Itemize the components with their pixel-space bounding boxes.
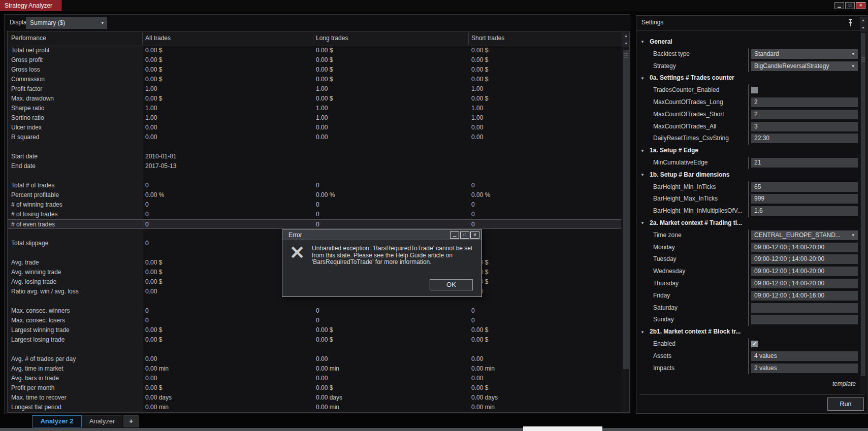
table-scrollbar[interactable]: ▲ ▼ (622, 32, 630, 412)
row-label: Avg. losing trade (11, 277, 56, 286)
maxcountoftrades-all-field[interactable]: 3 (751, 122, 858, 131)
table-row[interactable]: Avg. # of trades per day0.000.000.00 (8, 354, 621, 364)
table-scrollbar-thumb[interactable] (623, 50, 629, 369)
table-row[interactable]: Ulcer index0.000.000.00 (8, 123, 621, 132)
table-row[interactable]: Avg. bars in trade0.000.000.00 (8, 374, 621, 383)
row-label: Total net profit (11, 46, 49, 55)
collapse-triangle-icon[interactable]: ▼ (640, 36, 645, 48)
table-row[interactable]: R squared0.000.000.00 (8, 132, 621, 142)
field-value: 2 (754, 111, 758, 118)
settings-item-label: DailyResetTimes_CsvString (653, 132, 729, 145)
settings-section-0a-settings-trades-counter[interactable]: ▼0a. Settings # Trades counter (636, 72, 860, 84)
table-row[interactable]: Sortino ratio1.001.001.00 (8, 113, 621, 123)
settings-section-general[interactable]: ▼General (636, 36, 860, 48)
collapse-triangle-icon[interactable]: ▼ (640, 169, 645, 181)
display-mode-dropdown[interactable]: Summary ($) ▾ (26, 17, 107, 29)
dialog-minimize-button[interactable]: ▁ (450, 231, 459, 239)
settings-section-2b1-market-context-block-tr[interactable]: ▼2b1. Market context # Block tr... (636, 326, 860, 338)
sunday-field[interactable] (751, 315, 858, 324)
window-maximize-button[interactable]: □ (845, 2, 855, 9)
table-row[interactable]: Start date2010-01-01 (8, 152, 621, 161)
add-tab-button[interactable]: + (123, 415, 139, 427)
table-row[interactable]: Percent profitable0.00 %0.00 %0.00 % (8, 190, 621, 200)
run-button[interactable]: Run (827, 397, 864, 411)
barheight-min-inticks-field[interactable]: 65 (751, 182, 858, 192)
table-row[interactable]: Largest winning trade0.00 $0.00 $0.00 $ (8, 325, 621, 335)
tab-analyzer-2[interactable]: Analyzer 2 (32, 415, 82, 427)
tradescounter-enabled-checkbox[interactable] (751, 87, 758, 93)
table-row[interactable]: Total net profit0.00 $0.00 $0.00 $ (8, 46, 621, 55)
ok-button[interactable]: OK (430, 279, 473, 290)
row-value-long: 0.00 (316, 374, 328, 383)
table-row[interactable]: Profit factor1.001.001.00 (8, 84, 621, 94)
collapse-triangle-icon[interactable]: ▼ (640, 217, 645, 229)
maxcountoftrades-short-field[interactable]: 2 (751, 110, 858, 119)
tuesday-field[interactable]: 09:00-12:00 ; 14:00-20:00 (751, 254, 858, 264)
window-title-tab[interactable]: Strategy Analyzer (0, 0, 62, 11)
row-value-long: 0.00 min (316, 364, 339, 373)
maxcountoftrades-long-field[interactable]: 2 (751, 97, 858, 107)
settings-row-backtest-type: Backtest typeStandard▾ (636, 48, 860, 60)
saturday-field[interactable] (751, 303, 858, 313)
collapse-triangle-icon[interactable]: ▼ (640, 72, 645, 84)
table-row[interactable]: # of losing trades000 (8, 210, 621, 219)
barheight-min-inmultipliesofv-field[interactable]: 1.6 (751, 206, 858, 216)
scroll-up-icon[interactable]: ▲ (622, 32, 630, 40)
strategy-dropdown[interactable]: BigCandleReversalStrategy▾ (751, 61, 858, 71)
collapse-triangle-icon[interactable]: ▼ (640, 145, 645, 157)
table-row[interactable]: Sharpe ratio1.001.001.00 (8, 104, 621, 113)
impacts-field[interactable]: 2 values (751, 363, 858, 373)
table-row[interactable]: # of winning trades000 (8, 200, 621, 210)
collapse-triangle-icon[interactable]: ▼ (640, 326, 645, 338)
table-row[interactable]: Max. drawdown0.00 $0.00 $0.00 $ (8, 94, 621, 104)
table-row[interactable]: Gross profit0.00 $0.00 $0.00 $ (8, 55, 621, 65)
table-row[interactable]: Largest losing trade0.00 $0.00 $0.00 $ (8, 335, 621, 345)
settings-section-1b-setup-bar-dimensions[interactable]: ▼1b. Setup # Bar dimensions (636, 169, 860, 181)
mincumulativeedge-field[interactable]: 21 (751, 158, 858, 168)
table-row[interactable]: Max. time to recover0.00 days0.00 days0.… (8, 393, 621, 403)
settings-item-label: Monday (653, 242, 675, 254)
settings-row-barheight-max-inticks: BarHeight_Max_InTicks999 (636, 193, 860, 205)
tab-analyzer[interactable]: Analyzer (82, 415, 122, 427)
settings-section-2a-market-context-trading-ti[interactable]: ▼2a. Market context # Trading ti... (636, 217, 860, 229)
window-close-button[interactable]: ✕ (856, 2, 865, 9)
scroll-down-icon[interactable]: ▼ (622, 40, 630, 47)
dialog-close-button[interactable]: ✕ (470, 231, 479, 239)
settings-scrollbar-thumb[interactable] (861, 33, 865, 376)
time-zone-dropdown[interactable]: CENTRAL_EUROPE_STAND...▾ (751, 230, 858, 240)
thursday-field[interactable]: 09:00-12:00 ; 14:00-20:00 (751, 279, 858, 288)
backtest-type-dropdown[interactable]: Standard▾ (751, 49, 858, 59)
table-row[interactable]: Max. consec. losers000 (8, 316, 621, 325)
table-row[interactable]: Commission0.00 $0.00 $0.00 $ (8, 75, 621, 84)
row-value-short: 0.00 (471, 374, 483, 383)
table-row[interactable]: Longest flat period0.00 min0.00 min0.00 … (8, 403, 621, 412)
enabled-checkbox[interactable]: ✓ (751, 341, 758, 347)
settings-item-label: BarHeight_Min_InTicks (653, 181, 716, 193)
table-row[interactable]: Total # of trades000 (8, 181, 621, 190)
dialog-maximize-button[interactable]: □ (460, 231, 469, 239)
table-row[interactable]: Gross loss0.00 $0.00 $0.00 $ (8, 65, 621, 75)
assets-field[interactable]: 4 values (751, 351, 858, 361)
table-row[interactable]: # of even trades000 (8, 219, 621, 229)
dailyresettimes-csvstring-field[interactable]: 22:30 (751, 134, 858, 143)
table-row[interactable]: Profit per month0.00 $0.00 $0.00 $ (8, 383, 621, 393)
table-row[interactable]: End date2017-05-13 (8, 161, 621, 171)
error-dialog-titlebar[interactable]: Error ▁ □ ✕ (282, 230, 481, 240)
barheight-max-inticks-field[interactable]: 999 (751, 194, 858, 204)
row-value-short: 0.00 $ (471, 383, 488, 392)
table-row[interactable]: Max. consec. winners000 (8, 306, 621, 316)
row-label: Total # of trades (11, 181, 54, 190)
friday-field[interactable]: 09:00-12:00 ; 14:00-16:00 (751, 291, 858, 301)
template-link[interactable]: template (832, 380, 856, 387)
row-value-all: 0 (145, 239, 149, 248)
settings-section-1a-setup-edge[interactable]: ▼1a. Setup # Edge (636, 145, 860, 157)
scroll-up-icon[interactable]: ▲ (860, 17, 866, 24)
wednesday-field[interactable]: 09:00-12:00 ; 14:00-20:00 (751, 267, 858, 276)
scroll-down-icon[interactable]: ▼ (860, 24, 866, 31)
row-value-long: 0.00 days (316, 393, 342, 402)
settings-scrollbar[interactable]: ▲ ▼ (860, 17, 867, 393)
window-minimize-button[interactable]: ▁ (834, 2, 844, 9)
row-value-long: 0.00 $ (316, 383, 333, 392)
monday-field[interactable]: 09:00-12:00 ; 14:00-20:00 (751, 243, 858, 252)
table-row[interactable]: Avg. time in market0.00 min0.00 min0.00 … (8, 364, 621, 374)
